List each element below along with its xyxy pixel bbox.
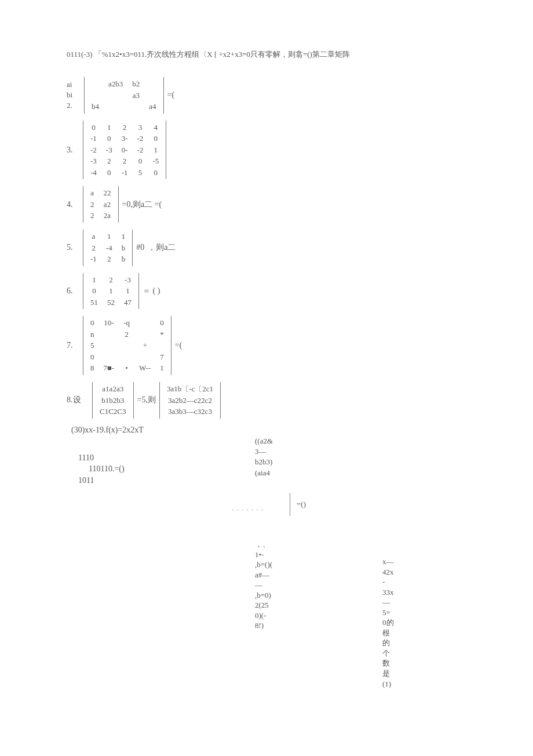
p6-label: 6. (67, 286, 83, 296)
matrix-cell: -5 (148, 155, 163, 167)
matrix-cell: -2 (133, 144, 148, 156)
matrix-cell: a (86, 231, 101, 242)
problem-7-row: 7. 010--q0n2*5+0787■-•W--1 =( (67, 316, 475, 375)
matrix-cell: W-- (134, 362, 155, 374)
matrix-cell: 2 (86, 199, 99, 210)
matrix-cell: 0 (86, 351, 99, 363)
matrix-cell: 2 (119, 329, 134, 340)
p2c (104, 90, 127, 101)
matrix-cell: 0 (148, 167, 163, 179)
rc3-l2: 42x (382, 567, 406, 577)
p3-det: 01234-103--20-2-30--21-3220-5-40-150 (83, 121, 166, 180)
rc3-l3: - (382, 577, 406, 587)
matrix-cell: 4 (148, 122, 163, 133)
matrix-cell: 22 (99, 187, 116, 199)
matrix-cell: C1C2C3 (95, 406, 131, 417)
p4-after: =0,则a二 =( (122, 199, 162, 210)
matrix-cell: 0 (86, 122, 101, 133)
p2c: b4 (87, 101, 104, 112)
rc3-l13: (1) (382, 679, 406, 689)
matrix-cell: 0 (101, 167, 117, 179)
rc3-l1: x— (382, 557, 406, 567)
p2c: a3 (127, 90, 144, 101)
p2c (127, 101, 144, 112)
matrix-cell: 2 (86, 242, 101, 254)
matrix-cell (99, 351, 119, 363)
rc3-l9: 的 (382, 638, 406, 648)
rc2-l7: 2(25 (255, 600, 290, 610)
matrix-cell (99, 340, 119, 351)
matrix-cell: 3a2b2—c22c2 (162, 395, 218, 406)
matrix-cell: 1 (155, 362, 169, 374)
p7-det: 010--q0n2*5+0787■-•W--1 (83, 316, 171, 375)
rc1-l1: ((a2& (255, 436, 290, 446)
rc2-l5: — (255, 580, 290, 590)
matrix-cell: 2 (117, 155, 133, 167)
matrix-cell: b (117, 253, 130, 265)
p5-label: 5. (67, 243, 83, 252)
p6-after: ＝ ( ) (143, 286, 160, 296)
matrix-cell: -1 (117, 167, 133, 179)
p5-after: ，则a二 (148, 242, 176, 253)
matrix-cell: n (86, 329, 99, 340)
rc2-l2: 1•- (255, 550, 290, 560)
matrix-cell: 1 (103, 285, 119, 297)
rc1-l4: (aia4 (255, 468, 290, 478)
rc2-l4: a#— (255, 570, 290, 580)
p2c (144, 90, 160, 101)
matrix-cell: a (86, 187, 99, 199)
matrix-cell: 2 (101, 253, 117, 265)
matrix-cell: -2 (86, 144, 101, 156)
matrix-cell: 0 (86, 285, 103, 297)
matrix-cell: 1 (148, 144, 163, 156)
matrix-cell: 2 (117, 122, 133, 133)
matrix-cell: 2 (103, 274, 119, 286)
problem-6-row: 6. 12-3011515247 ＝ ( ) (67, 273, 475, 310)
p2-left-num: 2. (67, 100, 84, 111)
matrix-cell (134, 329, 155, 340)
p2c (144, 78, 160, 90)
p2c (87, 78, 104, 90)
p8-det1: a1a2a3b1b2b3C1C2C3 (92, 382, 134, 419)
matrix-cell: 3- (117, 133, 133, 144)
problem-2-row: ai bi 2. a2b3 b2 a3 b4 (67, 77, 475, 114)
matrix-cell: 1 (86, 274, 103, 286)
matrix-cell: -1 (86, 133, 101, 144)
p2-left-bi: bi (67, 90, 84, 100)
right-col-2: ，、 1•- ,b=()( a#— — ,b=0) 2(25 0)(- 8!) (255, 539, 290, 631)
matrix-cell: 47 (119, 297, 136, 308)
matrix-cell: 0 (155, 317, 169, 329)
p2c: a2b3 (104, 78, 127, 90)
matrix-cell: -4 (86, 167, 101, 179)
matrix-cell: 3a3b3—c32c3 (162, 406, 218, 417)
p7-label: 7. (67, 341, 83, 350)
matrix-cell: -1 (86, 253, 101, 265)
problem-8-row: 8.设 a1a2a3b1b2b3C1C2C3 =5,则 3a1b〔-c〔2c13… (67, 382, 475, 419)
matrix-cell: b1b2b3 (95, 395, 131, 406)
problem-2-determinant: a2b3 b2 a3 b4 a4 (84, 77, 164, 114)
matrix-cell (99, 329, 119, 340)
matrix-cell: 1 (119, 285, 136, 297)
matrix-cell (134, 317, 155, 329)
right-col-1: ((a2& 3— b2b3) (aia4 (255, 436, 290, 478)
right-col-3: x— 42x - 33x — 5= 0的 根 的 个 数 是 (1) (382, 557, 406, 689)
p3-label: 3. (67, 146, 83, 155)
top-equation-line: 0111(-3) 「%1x2•x3=011.齐次线性方程组〈X [ +x2+x3… (67, 49, 475, 60)
matrix-cell: -2 (133, 133, 148, 144)
p4-det: a222a222a (83, 186, 119, 223)
rc3-l10: 个 (382, 648, 406, 659)
rc2-l8: 0)(- (255, 610, 290, 621)
rc3-l5: — (382, 597, 406, 608)
rc2-l6: ,b=0) (255, 590, 290, 601)
p2-after: =( (167, 90, 175, 100)
matrix-cell (155, 340, 169, 351)
matrix-cell: 1 (101, 122, 117, 133)
matrix-cell: 10- (99, 317, 119, 329)
p5-mid: #0 (136, 243, 144, 252)
matrix-cell: 1 (117, 231, 130, 242)
matrix-cell: 1 (101, 231, 117, 242)
p2-left-ai: ai (67, 79, 84, 90)
matrix-cell: 0 (101, 133, 117, 144)
rc1-l2: 3— (255, 446, 290, 457)
matrix-cell (119, 351, 134, 363)
